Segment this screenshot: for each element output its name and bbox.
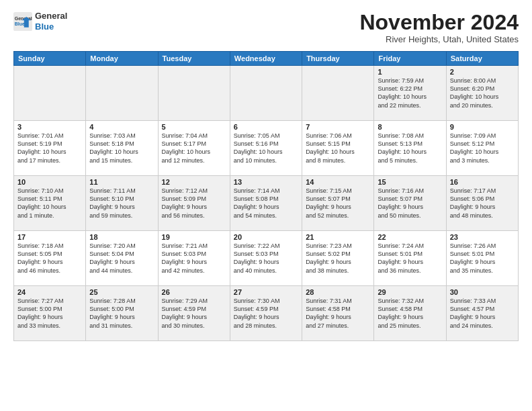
calendar-cell: 8Sunrise: 7:08 AM Sunset: 5:13 PM Daylig…: [374, 121, 446, 176]
day-info: Sunrise: 7:01 AM Sunset: 5:19 PM Dayligh…: [17, 132, 82, 165]
calendar-cell: [230, 66, 302, 121]
day-info: Sunrise: 7:24 AM Sunset: 5:01 PM Dayligh…: [378, 242, 442, 275]
calendar-cell: 24Sunrise: 7:27 AM Sunset: 5:00 PM Dayli…: [14, 286, 86, 341]
day-number: 22: [378, 233, 442, 241]
calendar-cell: 12Sunrise: 7:12 AM Sunset: 5:09 PM Dayli…: [158, 176, 230, 231]
calendar-cell: 1Sunrise: 7:59 AM Sunset: 6:22 PM Daylig…: [374, 66, 446, 121]
calendar-cell: 4Sunrise: 7:03 AM Sunset: 5:18 PM Daylig…: [86, 121, 158, 176]
day-info: Sunrise: 7:20 AM Sunset: 5:04 PM Dayligh…: [89, 242, 154, 275]
calendar-cell: 25Sunrise: 7:28 AM Sunset: 5:00 PM Dayli…: [86, 286, 158, 341]
day-info: Sunrise: 7:09 AM Sunset: 5:12 PM Dayligh…: [450, 132, 515, 165]
calendar-cell: 11Sunrise: 7:11 AM Sunset: 5:10 PM Dayli…: [86, 176, 158, 231]
calendar-header-wednesday: Wednesday: [230, 52, 302, 66]
day-info: Sunrise: 7:17 AM Sunset: 5:06 PM Dayligh…: [450, 187, 515, 220]
logo-icon: General Blue: [13, 12, 32, 31]
day-info: Sunrise: 7:29 AM Sunset: 4:59 PM Dayligh…: [162, 297, 226, 330]
day-number: 20: [234, 233, 298, 241]
calendar-cell: 23Sunrise: 7:26 AM Sunset: 5:01 PM Dayli…: [446, 231, 518, 286]
calendar-cell: 15Sunrise: 7:16 AM Sunset: 5:07 PM Dayli…: [374, 176, 446, 231]
day-number: 5: [162, 123, 226, 131]
day-info: Sunrise: 7:15 AM Sunset: 5:07 PM Dayligh…: [306, 187, 370, 220]
day-number: 26: [162, 288, 226, 296]
day-number: 4: [89, 123, 154, 131]
day-number: 30: [450, 288, 515, 296]
calendar-cell: 5Sunrise: 7:04 AM Sunset: 5:17 PM Daylig…: [158, 121, 230, 176]
day-info: Sunrise: 7:04 AM Sunset: 5:17 PM Dayligh…: [162, 132, 226, 165]
day-number: 13: [234, 178, 298, 186]
calendar-cell: 22Sunrise: 7:24 AM Sunset: 5:01 PM Dayli…: [374, 231, 446, 286]
day-info: Sunrise: 7:05 AM Sunset: 5:16 PM Dayligh…: [234, 132, 298, 165]
day-number: 28: [306, 288, 370, 296]
day-info: Sunrise: 7:14 AM Sunset: 5:08 PM Dayligh…: [234, 187, 298, 220]
calendar-cell: [86, 66, 158, 121]
day-info: Sunrise: 7:23 AM Sunset: 5:02 PM Dayligh…: [306, 242, 370, 275]
calendar-header-row: SundayMondayTuesdayWednesdayThursdayFrid…: [14, 52, 519, 66]
day-number: 27: [234, 288, 298, 296]
day-info: Sunrise: 7:03 AM Sunset: 5:18 PM Dayligh…: [89, 132, 154, 165]
day-number: 16: [450, 178, 515, 186]
calendar-cell: 6Sunrise: 7:05 AM Sunset: 5:16 PM Daylig…: [230, 121, 302, 176]
header: General Blue General Blue November 2024 …: [13, 11, 519, 44]
calendar-cell: 10Sunrise: 7:10 AM Sunset: 5:11 PM Dayli…: [14, 176, 86, 231]
svg-text:Blue: Blue: [15, 21, 25, 26]
calendar-cell: 20Sunrise: 7:22 AM Sunset: 5:03 PM Dayli…: [230, 231, 302, 286]
calendar-cell: 26Sunrise: 7:29 AM Sunset: 4:59 PM Dayli…: [158, 286, 230, 341]
day-info: Sunrise: 7:28 AM Sunset: 5:00 PM Dayligh…: [89, 297, 154, 330]
day-info: Sunrise: 8:00 AM Sunset: 6:20 PM Dayligh…: [450, 77, 515, 109]
calendar-cell: 21Sunrise: 7:23 AM Sunset: 5:02 PM Dayli…: [302, 231, 374, 286]
calendar-cell: 3Sunrise: 7:01 AM Sunset: 5:19 PM Daylig…: [14, 121, 86, 176]
calendar-cell: [158, 66, 230, 121]
day-info: Sunrise: 7:06 AM Sunset: 5:15 PM Dayligh…: [306, 132, 370, 165]
day-info: Sunrise: 7:16 AM Sunset: 5:07 PM Dayligh…: [378, 187, 442, 220]
day-number: 2: [450, 68, 515, 76]
calendar-cell: 18Sunrise: 7:20 AM Sunset: 5:04 PM Dayli…: [86, 231, 158, 286]
calendar-header-friday: Friday: [374, 52, 446, 66]
day-number: 18: [89, 233, 154, 241]
page: General Blue General Blue November 2024 …: [0, 0, 532, 348]
day-info: Sunrise: 7:18 AM Sunset: 5:05 PM Dayligh…: [17, 242, 82, 275]
calendar-week-5: 24Sunrise: 7:27 AM Sunset: 5:00 PM Dayli…: [14, 286, 519, 341]
logo-text: General Blue: [35, 11, 67, 32]
day-number: 8: [378, 123, 442, 131]
day-number: 29: [378, 288, 442, 296]
calendar-header-tuesday: Tuesday: [158, 52, 230, 66]
day-number: 23: [450, 233, 515, 241]
day-info: Sunrise: 7:30 AM Sunset: 4:59 PM Dayligh…: [234, 297, 298, 330]
calendar-week-4: 17Sunrise: 7:18 AM Sunset: 5:05 PM Dayli…: [14, 231, 519, 286]
day-info: Sunrise: 7:08 AM Sunset: 5:13 PM Dayligh…: [378, 132, 442, 165]
day-number: 15: [378, 178, 442, 186]
calendar-header-sunday: Sunday: [14, 52, 86, 66]
title-block: November 2024 River Heights, Utah, Unite…: [359, 11, 519, 44]
calendar-cell: 17Sunrise: 7:18 AM Sunset: 5:05 PM Dayli…: [14, 231, 86, 286]
day-info: Sunrise: 7:11 AM Sunset: 5:10 PM Dayligh…: [89, 187, 154, 220]
day-number: 14: [306, 178, 370, 186]
calendar-cell: [14, 66, 86, 121]
day-info: Sunrise: 7:32 AM Sunset: 4:58 PM Dayligh…: [378, 297, 442, 330]
calendar-cell: 14Sunrise: 7:15 AM Sunset: 5:07 PM Dayli…: [302, 176, 374, 231]
day-info: Sunrise: 7:59 AM Sunset: 6:22 PM Dayligh…: [378, 77, 442, 109]
calendar-cell: 13Sunrise: 7:14 AM Sunset: 5:08 PM Dayli…: [230, 176, 302, 231]
day-number: 24: [17, 288, 82, 296]
calendar-week-3: 10Sunrise: 7:10 AM Sunset: 5:11 PM Dayli…: [14, 176, 519, 231]
day-number: 12: [162, 178, 226, 186]
month-title: November 2024: [359, 11, 519, 34]
calendar-cell: 16Sunrise: 7:17 AM Sunset: 5:06 PM Dayli…: [446, 176, 518, 231]
day-number: 21: [306, 233, 370, 241]
day-info: Sunrise: 7:33 AM Sunset: 4:57 PM Dayligh…: [450, 297, 515, 330]
location: River Heights, Utah, United States: [359, 34, 519, 44]
calendar-cell: 27Sunrise: 7:30 AM Sunset: 4:59 PM Dayli…: [230, 286, 302, 341]
calendar-cell: 19Sunrise: 7:21 AM Sunset: 5:03 PM Dayli…: [158, 231, 230, 286]
day-info: Sunrise: 7:22 AM Sunset: 5:03 PM Dayligh…: [234, 242, 298, 275]
day-number: 6: [234, 123, 298, 131]
day-number: 25: [89, 288, 154, 296]
day-number: 7: [306, 123, 370, 131]
day-info: Sunrise: 7:12 AM Sunset: 5:09 PM Dayligh…: [162, 187, 226, 220]
calendar-header-monday: Monday: [86, 52, 158, 66]
day-info: Sunrise: 7:27 AM Sunset: 5:00 PM Dayligh…: [17, 297, 82, 330]
calendar-cell: 28Sunrise: 7:31 AM Sunset: 4:58 PM Dayli…: [302, 286, 374, 341]
day-number: 1: [378, 68, 442, 76]
calendar-header-thursday: Thursday: [302, 52, 374, 66]
day-number: 19: [162, 233, 226, 241]
day-number: 17: [17, 233, 82, 241]
day-info: Sunrise: 7:10 AM Sunset: 5:11 PM Dayligh…: [17, 187, 82, 220]
